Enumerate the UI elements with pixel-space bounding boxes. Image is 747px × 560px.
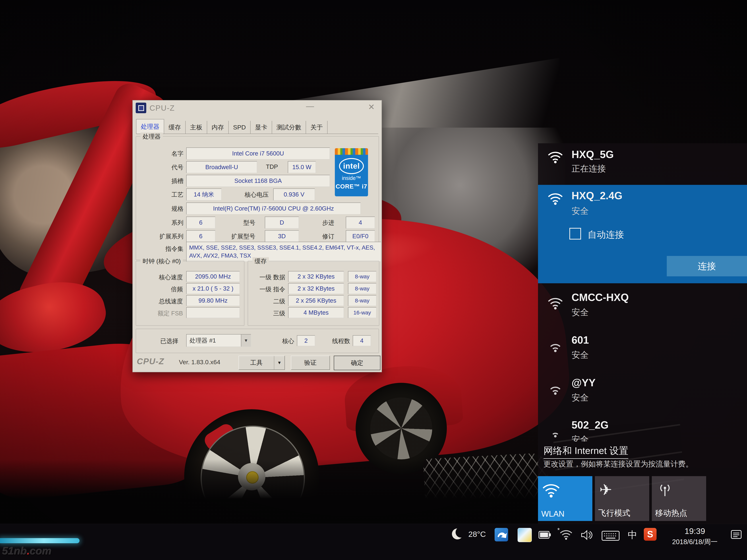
temperature-readout[interactable]: 28°C — [468, 530, 486, 539]
screen-glare-line — [0, 538, 79, 543]
intel-core-i7-badge: intel inside™ CORE™ i7 — [335, 148, 368, 196]
family-label: 系列 — [144, 219, 183, 227]
l1-inst-way: 8-way — [348, 283, 377, 294]
name-field: Intel Core i7 5600U — [186, 148, 330, 160]
cores-label: 核心 — [278, 337, 294, 345]
network-status: 安全 — [571, 349, 589, 361]
processor-group-label: 处理器 — [140, 133, 163, 141]
night-light-moon-icon[interactable] — [452, 529, 463, 539]
core-speed-label: 核心速度 — [140, 273, 183, 282]
chevron-down-icon[interactable]: ▼ — [241, 335, 251, 347]
network-status-clipped: 安全 — [571, 434, 626, 442]
autoconnect-checkbox[interactable] — [569, 228, 581, 240]
watermark-pre: 51nb — [2, 545, 27, 557]
tab-baseline — [136, 134, 378, 134]
clock-date: 2018/6/18/周一 — [668, 537, 722, 546]
socket-label: 插槽 — [144, 177, 183, 185]
titlebar[interactable]: CPU-Z — ✕ — [133, 101, 382, 116]
processor-select[interactable]: 处理器 #1 ▼ — [186, 334, 251, 347]
ext-family-label: 扩展系列 — [144, 233, 183, 241]
revision-field: E0/F0 — [346, 230, 375, 242]
l1-data-way: 8-way — [348, 271, 377, 282]
network-ssid: HXQ_2.4G — [571, 190, 622, 202]
connect-button[interactable]: 连接 — [667, 256, 747, 276]
codename-field: Broadwell-U — [186, 161, 257, 173]
tab-bench[interactable]: 测試分數 — [272, 121, 306, 134]
clocks-group-label: 时钟 (核心 #0) — [140, 257, 183, 265]
ext-model-field: 3D — [265, 230, 299, 242]
model-label: 型号 — [233, 219, 255, 227]
network-settings-hint: 更改设置，例如将某连接设置为按流量计费。 — [543, 459, 693, 469]
minimize-button[interactable]: — — [306, 102, 314, 111]
speaker-icon[interactable] — [580, 530, 593, 540]
tab-processor[interactable]: 处理器 — [136, 119, 164, 134]
tools-button[interactable]: 工具 ▼ — [238, 356, 285, 370]
threads-label: 线程数 — [327, 337, 350, 345]
core-speed-field: 2095.00 MHz — [186, 271, 240, 282]
airplane-mode-tile[interactable]: ✈ 飞行模式 — [595, 476, 649, 521]
cache-group-label: 缓存 — [252, 257, 269, 265]
cpuz-app-icon — [136, 103, 146, 113]
ok-button[interactable]: 确定 — [334, 356, 381, 370]
tab-spd[interactable]: SPD — [229, 121, 251, 134]
sogou-input-icon[interactable]: S — [644, 528, 656, 541]
tray-app-icon-blue[interactable] — [495, 528, 508, 541]
validate-button[interactable]: 验证 — [291, 356, 330, 370]
arrow-glyph — [495, 528, 508, 541]
multiplier-field: x 21.0 ( 5 - 32 ) — [186, 283, 240, 294]
processor-select-value: 处理器 #1 — [186, 337, 241, 345]
battery-icon[interactable] — [538, 530, 551, 540]
clock-time: 19:39 — [668, 527, 722, 536]
mobile-hotspot-tile[interactable]: 移动热点 — [652, 476, 706, 521]
wifi-icon — [542, 483, 560, 498]
touch-keyboard-icon[interactable] — [601, 531, 620, 541]
tab-mainboard[interactable]: 主板 — [186, 121, 207, 134]
wifi-icon — [547, 382, 563, 395]
tab-graphics[interactable]: 显卡 — [251, 121, 272, 134]
tab-memory[interactable]: 内存 — [207, 121, 229, 134]
hotspot-icon — [656, 482, 673, 498]
wifi-icon — [547, 297, 563, 310]
close-button[interactable]: ✕ — [368, 102, 375, 112]
network-status: 安全 — [571, 205, 589, 217]
bus-speed-field: 99.80 MHz — [186, 295, 240, 306]
network-status: 正在连接 — [571, 163, 606, 175]
tray-app-icon-colorful[interactable] — [518, 528, 532, 542]
network-settings-link[interactable]: 网络和 Internet 设置 — [543, 445, 628, 459]
tab-about[interactable]: 关于 — [306, 121, 328, 134]
intel-logo: intel — [339, 158, 364, 174]
wifi-icon — [547, 340, 563, 352]
revision-label: 修订 — [315, 233, 334, 241]
l3-way: 16-way — [348, 307, 377, 318]
wlan-tile[interactable]: WLAN — [538, 476, 592, 521]
ime-indicator[interactable]: 中 — [628, 529, 637, 541]
taskbar-clock[interactable]: 19:39 2018/6/18/周一 — [668, 527, 722, 546]
watermark: 51nb.com — [2, 545, 52, 557]
window-title: CPU-Z — [150, 104, 175, 112]
action-center-icon[interactable] — [730, 529, 742, 541]
autoconnect-label: 自动连接 — [588, 229, 624, 241]
network-row-hxq24g-selected[interactable]: HXQ_2.4G 安全 自动连接 连接 — [538, 185, 747, 283]
tools-dropdown-icon[interactable]: ▼ — [274, 356, 284, 370]
l1-inst-size: 2 x 32 KBytes — [288, 283, 344, 294]
taskbar: 28°C * 中 S — [0, 524, 747, 560]
airplane-tile-label: 飞行模式 — [598, 508, 630, 518]
badge-pixel-strip — [335, 148, 368, 155]
family-field: 6 — [186, 217, 215, 229]
l2-size: 2 x 256 KBytes — [288, 295, 344, 306]
tab-caches[interactable]: 缓存 — [164, 121, 186, 134]
name-label: 名字 — [144, 150, 183, 158]
stepping-label: 步进 — [315, 219, 334, 227]
ext-family-field: 6 — [186, 230, 215, 242]
wifi-icon — [547, 151, 563, 164]
wifi-tray-icon[interactable] — [560, 529, 573, 540]
wifi-icon — [547, 192, 563, 205]
l2-way: 8-way — [348, 295, 377, 306]
cpuz-window: CPU-Z — ✕ 处理器 缓存 主板 内存 SPD 显卡 测試分數 关于 处理… — [132, 100, 382, 372]
airplane-icon: ✈ — [599, 481, 612, 499]
process-field: 14 纳米 — [186, 188, 222, 201]
watermark-post: com — [30, 545, 52, 557]
tab-strip: 处理器 缓存 主板 内存 SPD 显卡 测試分數 关于 — [136, 119, 328, 134]
network-ssid: HXQ_5G — [571, 149, 614, 160]
network-ssid: CMCC-HXQ — [571, 291, 629, 303]
